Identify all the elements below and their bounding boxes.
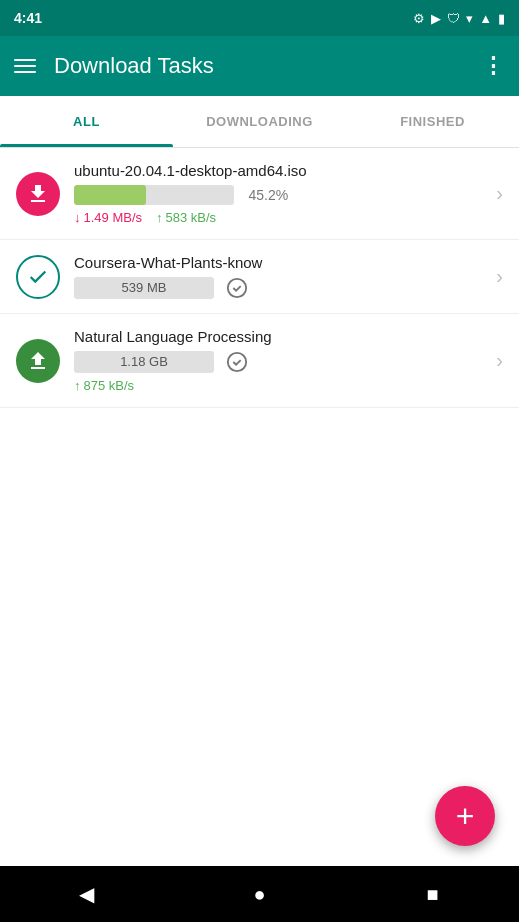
checked-circle-icon bbox=[226, 278, 248, 295]
item-size-row: 1.18 GB bbox=[74, 351, 482, 373]
tabs-container: ALL DOWNLOADING FINISHED bbox=[0, 96, 519, 148]
bottom-nav: ◀ ● ■ bbox=[0, 866, 519, 922]
menu-line-3 bbox=[14, 71, 36, 73]
speed-up: ↑ 583 kB/s bbox=[156, 210, 216, 225]
item-content-nlp: Natural Language Processing 1.18 GB ↑ 87… bbox=[74, 328, 482, 393]
list-item[interactable]: ubuntu-20.04.1-desktop-amd64.iso 45.2% ↓… bbox=[0, 148, 519, 240]
status-icons: ⚙ ▶ 🛡 ▾ ▲ ▮ bbox=[413, 11, 505, 26]
download-list: ubuntu-20.04.1-desktop-amd64.iso 45.2% ↓… bbox=[0, 148, 519, 408]
speed-row: ↓ 1.49 MB/s ↑ 583 kB/s bbox=[74, 210, 482, 225]
list-item[interactable]: Natural Language Processing 1.18 GB ↑ 87… bbox=[0, 314, 519, 408]
chevron-right-icon: › bbox=[496, 265, 503, 288]
item-name: ubuntu-20.04.1-desktop-amd64.iso bbox=[74, 162, 482, 179]
svg-point-1 bbox=[228, 353, 246, 371]
item-name: Coursera-What-Plants-know bbox=[74, 254, 482, 271]
settings-icon: ⚙ bbox=[413, 11, 425, 26]
shield-icon: 🛡 bbox=[447, 11, 460, 26]
wifi-icon: ▾ bbox=[466, 11, 473, 26]
progress-percent: 45.2% bbox=[248, 187, 288, 203]
menu-line-1 bbox=[14, 59, 36, 61]
tab-finished[interactable]: FINISHED bbox=[346, 96, 519, 147]
progress-bar-container bbox=[74, 185, 234, 205]
done-icon bbox=[16, 255, 60, 299]
home-button[interactable]: ● bbox=[238, 872, 282, 916]
app-title: Download Tasks bbox=[54, 53, 464, 79]
tab-all[interactable]: ALL bbox=[0, 96, 173, 147]
chevron-right-icon: › bbox=[496, 182, 503, 205]
back-button[interactable]: ◀ bbox=[65, 872, 109, 916]
recents-icon: ■ bbox=[426, 883, 438, 906]
status-bar: 4:41 ⚙ ▶ 🛡 ▾ ▲ ▮ bbox=[0, 0, 519, 36]
size-badge: 539 MB bbox=[74, 277, 214, 299]
speed-row-nlp: ↑ 875 kB/s bbox=[74, 378, 482, 393]
back-icon: ◀ bbox=[79, 882, 94, 906]
app-bar: Download Tasks ⋮ bbox=[0, 36, 519, 96]
list-item[interactable]: Coursera-What-Plants-know 539 MB › bbox=[0, 240, 519, 314]
item-name: Natural Language Processing bbox=[74, 328, 482, 345]
size-badge: 1.18 GB bbox=[74, 351, 214, 373]
item-content-ubuntu: ubuntu-20.04.1-desktop-amd64.iso 45.2% ↓… bbox=[74, 162, 482, 225]
arrow-up-icon: ↑ bbox=[156, 210, 163, 225]
item-progress-row: 45.2% bbox=[74, 185, 482, 205]
battery-icon: ▮ bbox=[498, 11, 505, 26]
more-options-button[interactable]: ⋮ bbox=[482, 53, 505, 79]
speed-up-nlp: ↑ 875 kB/s bbox=[74, 378, 134, 393]
menu-button[interactable] bbox=[14, 59, 36, 73]
checked-circle-icon-nlp bbox=[226, 352, 248, 369]
svg-point-0 bbox=[228, 279, 246, 297]
play-icon: ▶ bbox=[431, 11, 441, 26]
arrow-down-icon: ↓ bbox=[74, 210, 81, 225]
item-content-coursera: Coursera-What-Plants-know 539 MB bbox=[74, 254, 482, 299]
download-active-icon bbox=[16, 172, 60, 216]
status-time: 4:41 bbox=[14, 10, 42, 26]
tab-downloading[interactable]: DOWNLOADING bbox=[173, 96, 346, 147]
upload-active-icon bbox=[16, 339, 60, 383]
menu-line-2 bbox=[14, 65, 36, 67]
arrow-up-icon: ↑ bbox=[74, 378, 81, 393]
chevron-right-icon: › bbox=[496, 349, 503, 372]
signal-icon: ▲ bbox=[479, 11, 492, 26]
add-download-button[interactable]: + bbox=[435, 786, 495, 846]
speed-down: ↓ 1.49 MB/s bbox=[74, 210, 142, 225]
home-icon: ● bbox=[253, 883, 265, 906]
recents-button[interactable]: ■ bbox=[411, 872, 455, 916]
item-size-row: 539 MB bbox=[74, 277, 482, 299]
progress-bar-fill bbox=[74, 185, 146, 205]
plus-icon: + bbox=[456, 800, 475, 832]
